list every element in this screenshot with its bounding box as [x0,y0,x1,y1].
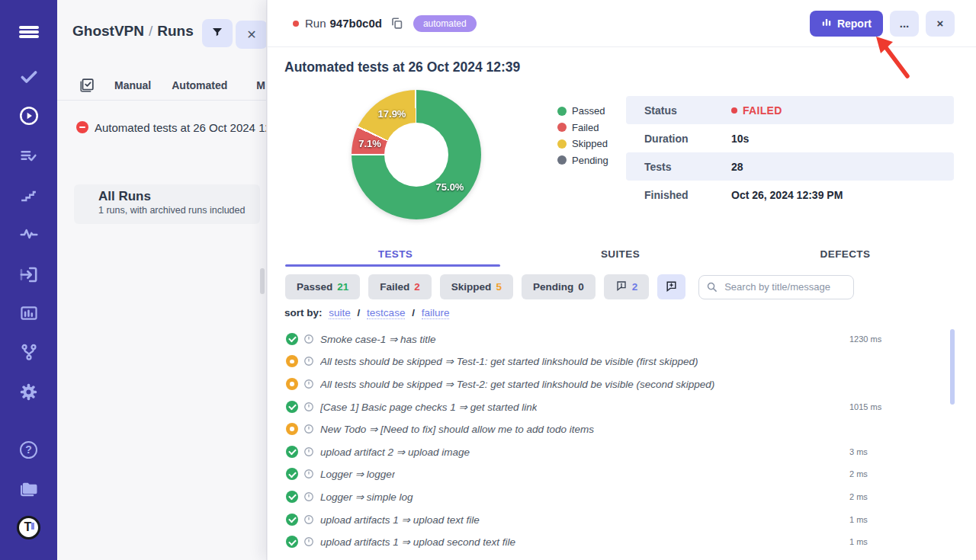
test-row[interactable]: upload artifacts 1 ⇒ upload second text … [286,530,961,553]
legend-item-pending[interactable]: Pending [557,152,608,169]
test-row[interactable]: New Todo ⇒ [Need to fix] should allow me… [286,418,961,440]
test-duration: 2 ms [849,492,868,501]
test-title: upload artifacts 1 ⇒ upload second text … [320,536,515,548]
status-value: FAILED [731,104,782,117]
sort-by-suite[interactable]: suite [329,307,351,319]
test-duration: 1 ms [849,515,868,524]
active-tab-underline [285,264,500,267]
tab-defects[interactable]: DEFECTS [733,244,958,269]
clock-icon [303,424,314,434]
filter-comments-button[interactable]: 2 [604,274,650,299]
test-row[interactable]: [Case 1] Basic page checks 1 ⇒ get start… [286,395,961,418]
close-run-button[interactable]: × [926,11,955,37]
all-runs-card[interactable]: All Runs 1 runs, with archived runs incl… [74,184,260,224]
report-button[interactable]: Report [810,11,883,37]
select-all-icon[interactable] [79,77,95,94]
stat-label: Status [626,104,731,117]
legend-label: Skipped [572,138,608,149]
sort-by-testcase[interactable]: testcase [367,307,405,319]
tab-third-truncated[interactable]: M [256,79,265,91]
passed-count: 21 [337,281,348,293]
clock-icon [303,491,314,502]
duration-value: 10s [731,133,749,145]
test-title: Logger ⇒ simple log [320,491,413,503]
clock-icon [303,536,314,547]
test-row[interactable]: All tests should be skipped ⇒ Test-2: ge… [286,373,961,395]
filter-button[interactable] [202,19,233,47]
sort-by-failure[interactable]: failure [422,307,450,319]
test-row[interactable]: upload artifact 2 ⇒ upload image 3 ms [286,440,961,463]
milestones-stairs-icon[interactable] [14,180,44,210]
test-duration: 1230 ms [849,334,881,344]
run-stats-table: Status FAILED Duration 10s Tests 28 Fini… [626,96,954,209]
comments-count: 2 [632,281,638,293]
test-row[interactable]: upload artifacts 1 ⇒ upload text file 1 … [286,508,961,531]
runs-play-icon[interactable] [14,101,44,131]
filter-skipped-button[interactable]: Skipped5 [440,274,513,299]
app-logo[interactable]: T [14,512,44,542]
search-input[interactable] [698,275,854,299]
test-title: upload artifacts 1 ⇒ upload text file [320,514,480,526]
help-icon[interactable]: ? [14,434,44,465]
search-wrap [698,275,854,299]
run-status-dot [293,21,299,27]
tab-suites[interactable]: SUITES [508,244,733,269]
chart-legend: Passed Failed Skipped Pending [557,103,608,168]
test-list-scrollbar[interactable] [950,329,955,405]
settings-gear-icon[interactable] [14,376,44,407]
app-sidebar: ? T [0,0,57,560]
projects-folder-icon[interactable] [14,474,44,504]
import-icon[interactable] [14,259,44,290]
reports-chart-icon[interactable] [14,298,44,328]
test-row[interactable]: Logger ⇒ simple log 2 ms [286,485,961,508]
breadcrumb-project[interactable]: GhostVPN [72,23,144,39]
legend-item-failed[interactable]: Failed [557,120,608,136]
runs-list-panel: GhostVPN/Runs ✕ Manual Automated M Autom… [57,0,267,560]
all-runs-subtitle: 1 runs, with archived runs included [98,205,260,216]
legend-item-passed[interactable]: Passed [557,103,608,120]
menu-icon[interactable] [14,17,44,47]
more-actions-button[interactable]: ... [890,11,919,37]
clock-icon [303,334,314,344]
passed-status-icon [286,401,298,413]
test-row[interactable]: Smoke case-1 ⇒ has title 1230 ms [286,328,961,350]
filter-passed-button[interactable]: Passed21 [285,274,360,299]
run-list-item[interactable]: Automated tests at 26 Oct 2024 12:39 [57,116,267,139]
stat-row-duration: Duration 10s [626,124,954,152]
add-comment-button[interactable] [657,274,685,299]
clock-icon [303,379,314,389]
clear-filter-button[interactable]: ✕ [236,21,267,49]
test-plans-icon[interactable] [14,141,44,171]
funnel-icon [211,26,223,40]
filter-failed-button[interactable]: Failed2 [368,274,432,299]
search-icon [706,281,718,296]
clock-icon [303,514,314,525]
comment-alert-icon [615,280,628,294]
clock-icon [303,469,314,479]
stat-row-finished: Finished Oct 26, 2024 12:39 PM [626,181,954,209]
finished-value: Oct 26, 2024 12:39 PM [731,189,843,201]
tests-check-icon[interactable] [14,62,44,92]
test-row[interactable]: Logger ⇒ logger 2 ms [286,463,961,486]
run-type-badge: automated [413,15,477,32]
legend-item-skipped[interactable]: Skipped [557,136,608,152]
test-title: Smoke case-1 ⇒ has title [320,333,436,345]
stat-label: Duration [626,133,731,145]
filter-pending-button[interactable]: Pending0 [522,274,596,299]
tab-automated[interactable]: Automated [172,79,227,91]
donut-label-skipped: 17.9% [378,108,406,120]
clock-icon [303,446,314,457]
donut-label-passed: 75.0% [436,181,464,193]
left-panel-scrollbar[interactable] [260,268,265,294]
analytics-pulse-icon[interactable] [14,219,44,249]
skipped-status-icon [286,378,298,390]
sort-label: sort by: [284,307,323,318]
passed-status-icon [286,468,298,480]
test-row[interactable]: All tests should be skipped ⇒ Test-1: ge… [286,350,961,373]
test-title: upload artifact 2 ⇒ upload image [320,446,470,458]
branch-icon[interactable] [14,337,44,367]
tab-manual[interactable]: Manual [114,79,151,91]
copy-run-id-button[interactable] [390,16,404,30]
test-duration: 1015 ms [849,402,881,411]
skipped-status-icon [286,355,298,367]
